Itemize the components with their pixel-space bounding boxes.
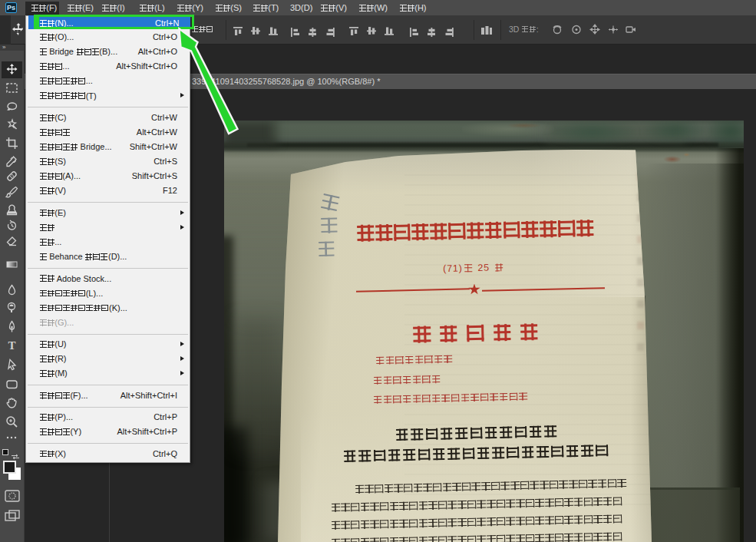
svg-text:T: T: [8, 339, 15, 351]
